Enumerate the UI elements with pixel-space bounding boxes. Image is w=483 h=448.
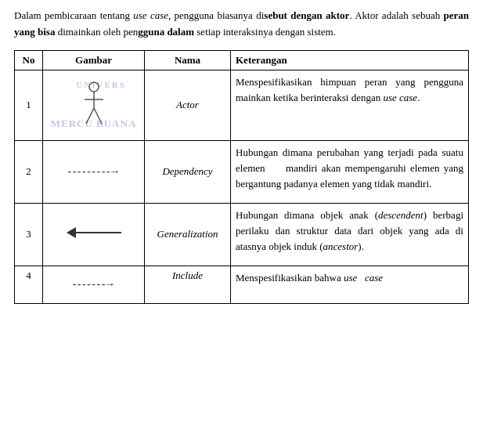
table-row: 4 - - - - - - -→ Include Menspesifikasik… bbox=[15, 266, 469, 303]
header-no: No bbox=[15, 50, 43, 70]
main-table: No Gambar Nama Keterangan 1 UNIVERS bbox=[14, 50, 469, 304]
table-row: 1 UNIVERS bbox=[15, 70, 469, 140]
cell-nama-3: Generalization bbox=[145, 203, 231, 266]
actor-container: UNIVERS MERCU BUANA bbox=[48, 74, 139, 136]
cell-keterangan-1: Menspesifikasikan himpuan peran yang pen… bbox=[231, 70, 469, 140]
svg-line-3 bbox=[86, 108, 94, 124]
cell-gambar-4: - - - - - - -→ bbox=[43, 266, 145, 303]
cell-no-3: 3 bbox=[15, 203, 43, 266]
svg-marker-5 bbox=[67, 227, 76, 238]
cell-no-1: 1 bbox=[15, 70, 43, 140]
header-gambar: Gambar bbox=[43, 50, 145, 70]
cell-nama-2: Dependency bbox=[145, 140, 231, 203]
header-nama: Nama bbox=[145, 50, 231, 70]
table-row: 2 - - - - - - - - -→ Dependency Hubungan… bbox=[15, 140, 469, 203]
cell-keterangan-3: Hubungan dimana objek anak (descendent) … bbox=[231, 203, 469, 266]
svg-point-0 bbox=[89, 82, 99, 92]
cell-keterangan-4: Menspesifikasikan bahwa use case bbox=[231, 266, 469, 303]
cell-gambar-1: UNIVERS MERCU BUANA bbox=[43, 70, 145, 140]
actor-icon bbox=[83, 81, 105, 129]
cell-nama-1: Actor bbox=[145, 70, 231, 140]
include-arrow-icon: - - - - - - -→ bbox=[73, 278, 115, 291]
generalization-arrow-icon bbox=[67, 225, 121, 240]
intro-paragraph: Dalam pembicaraan tentang use case, peng… bbox=[14, 8, 469, 41]
cell-gambar-2: - - - - - - - - -→ bbox=[43, 140, 145, 203]
dependency-arrow-icon: - - - - - - - - -→ bbox=[68, 165, 120, 178]
cell-no-4: 4 bbox=[15, 266, 43, 303]
cell-gambar-3 bbox=[43, 203, 145, 266]
cell-no-2: 2 bbox=[15, 140, 43, 203]
header-keterangan: Keterangan bbox=[231, 50, 469, 70]
cell-nama-4: Include bbox=[145, 266, 231, 303]
table-row: 3 Generalization Hubungan dimana objek a… bbox=[15, 203, 469, 266]
svg-line-4 bbox=[94, 108, 102, 124]
cell-keterangan-2: Hubungan dimana perubahan yang terjadi p… bbox=[231, 140, 469, 203]
arrow-left-svg bbox=[67, 225, 121, 240]
